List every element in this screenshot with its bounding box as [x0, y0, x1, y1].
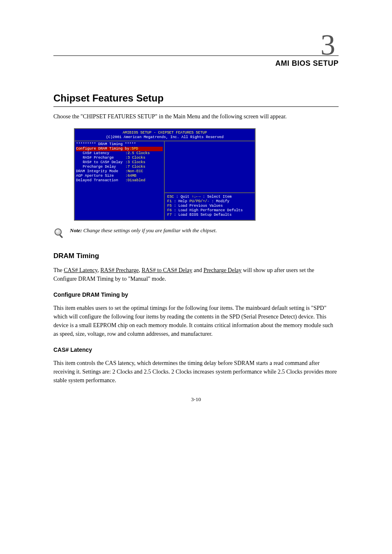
section-heading: Chipset Features Setup	[53, 92, 339, 107]
bios-left-pane: ********* DRAM Timing ***** Configure DR…	[75, 141, 165, 220]
bios-item-delayed-transaction: Delayed Transaction:Disabled	[76, 178, 163, 183]
dram-timing-desc: The CAS# Latency, RAS# Precharge, RAS# t…	[53, 266, 339, 283]
bios-item-integrity-mode: DRAM Integrity Mode:Non-ECC	[76, 169, 163, 174]
svg-point-0	[55, 229, 62, 235]
bios-title-2: (C)2001 American Megatrends, Inc. All Ri…	[75, 135, 255, 140]
configure-dram-desc: This item enables users to set the optim…	[53, 304, 339, 338]
bios-item-ras-precharge: RAS# Precharge:3 Clocks	[76, 156, 163, 160]
section-intro: Choose the "CHIPSET FEATURES SETUP" in t…	[53, 113, 339, 121]
page-number: 3-10	[191, 396, 201, 403]
note-block: Note: Change these settings only if you …	[53, 226, 339, 240]
chapter-title: AMI BIOS SETUP	[53, 59, 339, 68]
note-label: Note:	[70, 227, 83, 233]
chapter-number: 3	[321, 28, 334, 62]
magnifying-glass-icon	[53, 227, 65, 240]
bios-screenshot: AMIBIOS SETUP - CHIPSET FEATURES SETUP (…	[74, 128, 256, 221]
cas-latency-desc: This item controls the CAS latency, whic…	[53, 359, 339, 385]
note-text: Change these settings only if you are fa…	[83, 227, 217, 233]
bios-right-pane: ESC : Quit ↑↓←→ : Select Item F1 : Help …	[165, 141, 255, 220]
bios-item-agp-aperture: AGP Aperture Size:64MB	[76, 174, 163, 178]
bios-item-configure-dram: Configure DRAM Timing by:SPD	[76, 147, 163, 151]
svg-rect-1	[59, 235, 63, 238]
chapter-rule	[53, 55, 339, 56]
dram-timing-heading: DRAM Timing	[53, 252, 339, 260]
configure-dram-heading: Configure DRAM Timing by	[53, 291, 339, 298]
bios-header: AMIBIOS SETUP - CHIPSET FEATURES SETUP (…	[75, 129, 255, 141]
bios-item-cas-latency: CAS# Latency:2.5 Clocks	[76, 151, 163, 156]
bios-item-ras-to-cas: RAS# to CAS# Delay:3 Clocks	[76, 160, 163, 165]
cas-latency-heading: CAS# Latency	[53, 346, 339, 353]
bios-help-box: ESC : Quit ↑↓←→ : Select Item F1 : Help …	[165, 192, 255, 220]
bios-title-1: AMIBIOS SETUP - CHIPSET FEATURES SETUP	[75, 131, 255, 135]
bios-dram-heading: ********* DRAM Timing *****	[76, 142, 136, 147]
bios-item-precharge-delay: Precharge Delay:7 Clocks	[76, 165, 163, 169]
